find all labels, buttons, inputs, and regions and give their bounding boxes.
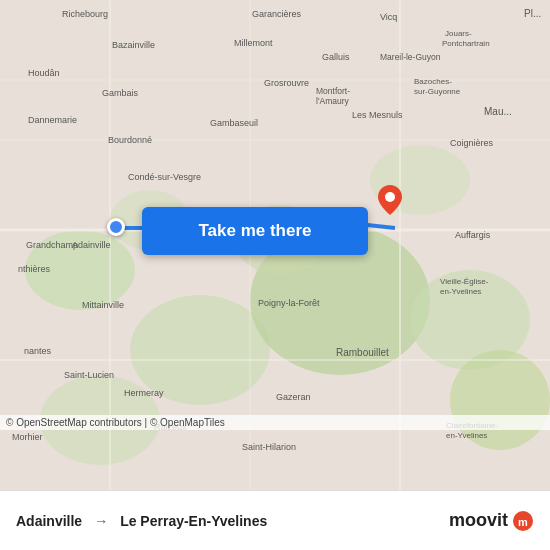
arrow-icon: →	[94, 513, 108, 529]
svg-text:en-Yvelines: en-Yvelines	[446, 431, 487, 440]
origin-marker	[107, 218, 125, 236]
svg-text:Galluis: Galluis	[322, 52, 350, 62]
svg-point-59	[385, 192, 395, 202]
svg-text:Bazainville: Bazainville	[112, 40, 155, 50]
origin-label: Adainville	[16, 513, 82, 529]
svg-text:Pontchartrain: Pontchartrain	[442, 39, 490, 48]
svg-text:Dannemarie: Dannemarie	[28, 115, 77, 125]
svg-text:Gazeran: Gazeran	[276, 392, 311, 402]
destination-label: Le Perray-En-Yvelines	[120, 513, 267, 529]
svg-text:Les Mesnuls: Les Mesnuls	[352, 110, 403, 120]
moovit-icon: m	[512, 510, 534, 532]
svg-text:Mareil-le-Guyon: Mareil-le-Guyon	[380, 52, 441, 62]
svg-text:l'Amaury: l'Amaury	[316, 96, 350, 106]
map-container: Richebourg Garancières Vicq Jouars- Pont…	[0, 0, 550, 490]
svg-text:Coignières: Coignières	[450, 138, 494, 148]
moovit-text: moovit	[449, 510, 508, 531]
svg-text:Grosrouvre: Grosrouvre	[264, 78, 309, 88]
svg-text:Condé-sur-Vesgre: Condé-sur-Vesgre	[128, 172, 201, 182]
svg-text:Hermeray: Hermeray	[124, 388, 164, 398]
svg-text:Auffargis: Auffargis	[455, 230, 491, 240]
bottom-bar: Adainville → Le Perray-En-Yvelines moovi…	[0, 490, 550, 550]
svg-text:Mau...: Mau...	[484, 106, 512, 117]
svg-text:nantes: nantes	[24, 346, 52, 356]
copyright-text: © OpenStreetMap contributors | © OpenMap…	[6, 417, 225, 428]
svg-text:Gambaseuil: Gambaseuil	[210, 118, 258, 128]
svg-text:m: m	[518, 515, 528, 527]
svg-text:Garancières: Garancières	[252, 9, 302, 19]
svg-text:Bourdonné: Bourdonné	[108, 135, 152, 145]
svg-text:Gambais: Gambais	[102, 88, 139, 98]
svg-text:Saint-Lucien: Saint-Lucien	[64, 370, 114, 380]
svg-text:en-Yvelines: en-Yvelines	[440, 287, 481, 296]
svg-text:Morhier: Morhier	[12, 432, 43, 442]
svg-text:Vieille-Église-: Vieille-Église-	[440, 277, 489, 286]
svg-text:Millemont: Millemont	[234, 38, 273, 48]
svg-text:Saint-Hilarion: Saint-Hilarion	[242, 442, 296, 452]
copyright-bar: © OpenStreetMap contributors | © OpenMap…	[0, 415, 550, 430]
svg-text:Mittainville: Mittainville	[82, 300, 124, 310]
svg-text:Houdân: Houdân	[28, 68, 60, 78]
svg-text:Montfort-: Montfort-	[316, 86, 350, 96]
svg-text:Bazoches-: Bazoches-	[414, 77, 452, 86]
svg-text:Rambouillet: Rambouillet	[336, 347, 389, 358]
svg-text:Vicq: Vicq	[380, 12, 397, 22]
svg-text:Grandchamp: Grandchamp	[26, 240, 78, 250]
svg-text:Pl...: Pl...	[524, 8, 541, 19]
svg-text:nthières: nthières	[18, 264, 51, 274]
svg-text:sur-Guyonne: sur-Guyonne	[414, 87, 461, 96]
svg-text:Richebourg: Richebourg	[62, 9, 108, 19]
take-me-there-button[interactable]: Take me there	[142, 207, 368, 255]
svg-text:Poigny-la-Forêt: Poigny-la-Forêt	[258, 298, 320, 308]
svg-text:Jouars-: Jouars-	[445, 29, 472, 38]
moovit-logo: moovit m	[449, 510, 534, 532]
